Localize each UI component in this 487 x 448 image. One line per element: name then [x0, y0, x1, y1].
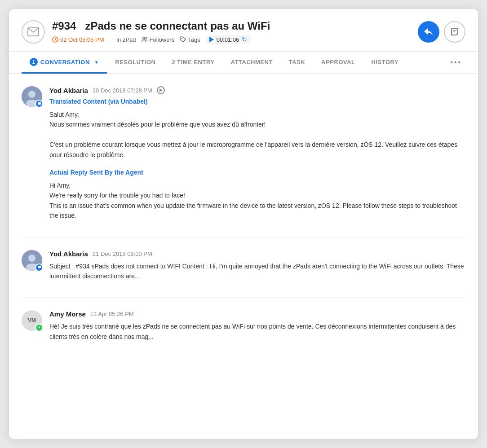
actual-reply-label-1: Actual Reply Sent By the Agent — [49, 169, 465, 176]
tab-conversation[interactable]: 1 CONVERSATION ▼ — [22, 52, 107, 74]
timer-play-button[interactable] — [209, 37, 214, 42]
message-author-row-2: Yod Akbaria 21 Dec 2018 09:00 PM — [49, 250, 465, 258]
followers-icon — [142, 36, 148, 43]
tab-task-label: TASK — [289, 59, 305, 66]
tab-resolution[interactable]: RESOLUTION — [107, 53, 164, 73]
tab-attachment-label: ATTACHMENT — [231, 59, 273, 66]
reply-button[interactable] — [418, 21, 439, 43]
conversation-badge: 1 — [30, 58, 38, 66]
tab-conversation-label: CONVERSATION — [40, 59, 90, 66]
timer-refresh-icon[interactable]: ↻ — [242, 36, 247, 43]
avatar-badge-3 — [35, 324, 43, 332]
conversation-dropdown-icon[interactable]: ▼ — [94, 60, 99, 65]
message-block-3: VM Amy Morse 13 Apr 05:26 PM Hé! Je suis… — [22, 310, 465, 342]
message-date-2: 21 Dec 2018 09:00 PM — [93, 250, 152, 257]
svg-point-4 — [142, 37, 145, 40]
message-author-row-1: Yod Akbaria 20 Dec 2018 07:28 PM — [49, 86, 465, 94]
ticket-id: #934 — [52, 20, 76, 32]
message-date-1: 20 Dec 2018 07:28 PM — [93, 87, 152, 94]
svg-point-6 — [181, 38, 182, 39]
message-author-3: Amy Morse — [49, 310, 86, 318]
message-text-3: Hé! Je suis très contrarié que les zPads… — [49, 321, 465, 342]
message-play-button-1[interactable] — [157, 86, 165, 94]
divider-1 — [22, 237, 465, 237]
message-block-1: Yod Akbaria 20 Dec 2018 07:28 PM Transla… — [22, 86, 465, 221]
svg-point-10 — [28, 91, 35, 98]
header-main: #934 zPads ne se connectant pas au WiFi … — [52, 20, 411, 44]
ticket-header: #934 zPads ne se connectant pas au WiFi … — [9, 9, 478, 52]
message-author-row-3: Amy Morse 13 Apr 05:26 PM — [49, 310, 465, 318]
tab-time-entry[interactable]: 2 TIME ENTRY — [164, 53, 222, 73]
tab-attachment[interactable]: ATTACHMENT — [223, 53, 281, 73]
timer-display: 00:01:06 — [217, 36, 239, 43]
tab-approval[interactable]: APPROVAL — [313, 53, 363, 73]
followers-meta[interactable]: Followers — [142, 36, 175, 43]
email-icon — [27, 27, 39, 36]
message-block-2: Yod Akbaria 21 Dec 2018 09:00 PM Subject… — [22, 250, 465, 281]
conversation-content: Yod Akbaria 20 Dec 2018 07:28 PM Transla… — [9, 74, 478, 439]
message-body-3: Amy Morse 13 Apr 05:26 PM Hé! Je suis tr… — [49, 310, 465, 342]
reply-icon — [424, 28, 434, 36]
avatar-badge-2 — [35, 264, 43, 272]
message-author-1: Yod Akbaria — [49, 87, 88, 94]
tabs-more-button[interactable]: ••• — [447, 52, 465, 73]
translated-label-1[interactable]: Translated Content (via Unbabel) — [49, 98, 465, 105]
divider-2 — [22, 297, 465, 298]
ticket-meta: 02 Oct 05:05 PM · in zPad Followers — [52, 35, 411, 44]
tags-meta[interactable]: Tags — [180, 36, 200, 43]
tag-icon — [180, 36, 186, 43]
tab-approval-label: APPROVAL — [321, 59, 355, 66]
ticket-icon-wrap — [22, 20, 45, 44]
tab-history-label: HISTORY — [372, 59, 399, 66]
message-author-2: Yod Akbaria — [49, 250, 88, 258]
header-actions — [418, 21, 465, 43]
avatar-yod-2 — [22, 250, 42, 271]
tab-history[interactable]: HISTORY — [363, 53, 407, 73]
tab-time-entry-label: 2 TIME ENTRY — [172, 59, 214, 66]
message-body-2: Yod Akbaria 21 Dec 2018 09:00 PM Subject… — [49, 250, 465, 281]
ticket-title: #934 zPads ne se connectant pas au WiFi — [52, 20, 411, 32]
avatar-yod-1 — [22, 86, 42, 107]
tab-task[interactable]: TASK — [281, 53, 313, 73]
svg-point-5 — [145, 38, 147, 40]
timer-widget: 00:01:06 ↻ — [206, 35, 251, 44]
tab-resolution-label: RESOLUTION — [115, 59, 155, 66]
avatar-amy: VM — [22, 310, 42, 331]
clock-icon — [52, 36, 58, 43]
play-icon-1 — [159, 88, 163, 92]
ticket-subject: zPads ne se connectant pas au WiFi — [85, 20, 270, 32]
tabs-bar: 1 CONVERSATION ▼ RESOLUTION 2 TIME ENTRY… — [9, 52, 478, 74]
actual-reply-text-1: Hi Amy, We're really sorry for the troub… — [49, 180, 465, 221]
translated-text-1: Salut Amy, Nous sommes vraiment désolés … — [49, 110, 465, 160]
svg-line-3 — [55, 40, 57, 41]
ticket-location: in zPad — [116, 36, 136, 43]
ticket-card: #934 zPads ne se connectant pas au WiFi … — [9, 9, 478, 439]
note-icon — [450, 27, 459, 36]
message-body-1: Yod Akbaria 20 Dec 2018 07:28 PM Transla… — [49, 86, 465, 221]
ticket-date: 02 Oct 05:05 PM — [52, 36, 104, 43]
message-text-2: Subject : #934 sPads does not connect to… — [49, 261, 465, 281]
svg-point-13 — [28, 255, 35, 262]
note-button[interactable] — [444, 21, 465, 43]
avatar-badge-1 — [35, 100, 43, 108]
message-date-3: 13 Apr 05:26 PM — [90, 311, 134, 317]
